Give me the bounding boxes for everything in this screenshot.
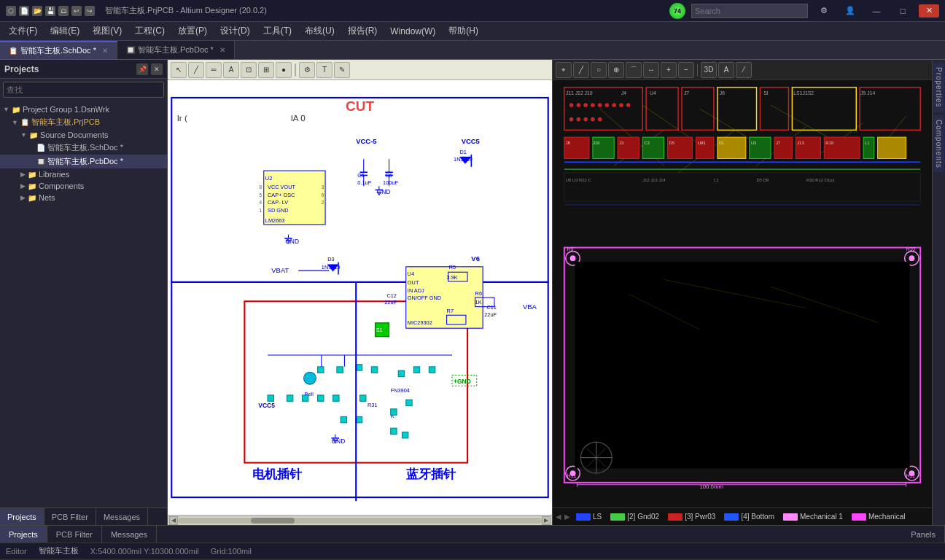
pcb-tool-3d[interactable]: 3D — [701, 62, 717, 78]
tree-project[interactable]: ▼ 📋 智能车主板.PrjPCB — [0, 115, 167, 129]
notification-badge[interactable]: 74 — [669, 3, 685, 19]
tab-schematic-close[interactable]: ✕ — [102, 47, 108, 55]
sch-tool-component[interactable]: ⊞ — [258, 62, 274, 78]
tab-pcb[interactable]: 🔲 智能车主板.PcbDoc * ✕ — [117, 41, 235, 59]
layer-nav-left[interactable]: ◀ — [556, 513, 561, 521]
svg-text:J7: J7 — [684, 90, 689, 96]
bottom-tab-projects[interactable]: Projects — [0, 526, 47, 542]
settings-icon[interactable]: ⚙ — [814, 4, 834, 18]
tree-pcbdoc[interactable]: ▶ 🔲 智能车主板.PcbDoc * — [0, 155, 167, 168]
panel-tab-projects[interactable]: Projects — [0, 508, 44, 525]
schematic-canvas[interactable]: CUT Ir ( IA 0 VCC-5 VCC5 U2 VCC VOUT CAP… — [168, 80, 552, 515]
menu-edit[interactable]: 编辑(E) — [44, 23, 85, 39]
menu-window[interactable]: Window(W) — [384, 25, 441, 38]
menu-file[interactable]: 文件(F) — [3, 23, 43, 39]
maximize-button[interactable]: □ — [892, 4, 913, 18]
pcb-tool-pad[interactable]: ⊕ — [608, 62, 624, 78]
sch-tool-note[interactable]: ✎ — [334, 62, 350, 78]
panel-actions: 📌 ✕ — [136, 63, 163, 75]
tab-schematic[interactable]: 📋 智能车主板.SchDoc * ✕ — [0, 41, 117, 59]
sch-tool-bus[interactable]: ═ — [206, 62, 222, 78]
minimize-button[interactable]: — — [866, 4, 887, 18]
pcb-tool-filter[interactable]: ⌖ — [556, 62, 572, 78]
menu-project[interactable]: 工程(C) — [129, 23, 171, 39]
open-file-icon[interactable]: 📂 — [32, 6, 42, 16]
svg-text:C3: C3 — [644, 141, 650, 145]
bottom-tab-pcbfilter[interactable]: PCB Filter — [47, 526, 102, 542]
menu-view[interactable]: 视图(V) — [87, 23, 128, 39]
titlebar-right: 74 ⚙ 👤 — □ ✕ — [669, 3, 939, 19]
sch-tool-compile[interactable]: ⚙ — [299, 62, 315, 78]
tree-libraries[interactable]: ▶ 📁 Libraries — [0, 168, 167, 180]
menu-tools[interactable]: 工具(T) — [257, 23, 298, 39]
new-file-icon[interactable]: 📄 — [19, 6, 29, 16]
menu-help[interactable]: 帮助(H) — [443, 23, 484, 39]
project-search-input[interactable] — [3, 82, 164, 98]
panel-tab-pcbfilter[interactable]: PCB Filter — [44, 508, 96, 525]
layer-mechanical[interactable]: Mechanical — [849, 512, 909, 521]
tree-project-group[interactable]: ▼ 📁 Project Group 1.DsnWrk — [0, 104, 167, 115]
bottom-tab-messages[interactable]: Messages — [102, 526, 157, 542]
sch-tool-text[interactable]: T — [316, 62, 332, 78]
right-panel-properties[interactable]: Properties — [933, 63, 944, 112]
pcb-tool-line[interactable]: ∕ — [736, 62, 752, 78]
pcb-tool-text[interactable]: A — [718, 62, 734, 78]
pcb-canvas[interactable]: J11 J12 J10 J4 U4 J7 J6 SI LS1J1S2 J9 J1… — [553, 80, 932, 508]
layer-mechanical1[interactable]: Mechanical 1 — [780, 512, 846, 521]
global-search-input[interactable] — [691, 4, 808, 18]
close-button[interactable]: ✕ — [919, 4, 939, 18]
sch-tool-port[interactable]: ⊡ — [241, 62, 257, 78]
svg-text:+GND: +GND — [454, 378, 471, 385]
group-icon: 📁 — [12, 106, 20, 114]
layer-ls[interactable]: LS — [573, 512, 604, 521]
tree-source-docs[interactable]: ▼ 📁 Source Documents — [0, 129, 167, 141]
scroll-right-arrow[interactable]: ▶ — [542, 516, 551, 525]
tree-schdoc[interactable]: ▶ 📄 智能车主板.SchDoc * — [0, 141, 167, 155]
svg-text:L1: L1 — [865, 141, 870, 145]
sch-tool-label[interactable]: A — [223, 62, 239, 78]
scroll-left-arrow[interactable]: ◀ — [169, 516, 178, 525]
svg-rect-95 — [268, 395, 273, 401]
panel-header: Projects 📌 ✕ — [0, 60, 167, 79]
pcb-tool-measure[interactable]: ↔ — [643, 62, 659, 78]
scroll-thumb[interactable] — [251, 518, 295, 524]
undo-icon[interactable]: ↩ — [71, 6, 82, 16]
panel-tab-messages[interactable]: Messages — [96, 508, 148, 525]
menu-design[interactable]: 设计(D) — [214, 23, 256, 39]
account-icon[interactable]: 👤 — [840, 4, 860, 18]
layer-pwr03[interactable]: [3] Pwr03 — [665, 512, 718, 521]
sch-tool-wire[interactable]: ╱ — [188, 62, 204, 78]
right-panel-components[interactable]: Components — [933, 115, 944, 173]
schematic-scrollbar-horizontal[interactable]: ◀ ▶ — [168, 515, 552, 525]
tree-components[interactable]: ▶ 📁 Components — [0, 180, 167, 192]
panel-close-button[interactable]: ✕ — [151, 63, 163, 75]
sch-tool-pointer[interactable]: ↖ — [171, 62, 187, 78]
layer-nav-right[interactable]: ▶ — [564, 513, 570, 521]
tab-pcb-close[interactable]: ✕ — [219, 46, 225, 54]
tree-nets[interactable]: ▶ 📁 Nets — [0, 192, 167, 203]
svg-text:D1: D1 — [719, 141, 725, 145]
menu-place[interactable]: 放置(P) — [172, 23, 213, 39]
redo-icon[interactable]: ↪ — [85, 6, 95, 16]
menu-report[interactable]: 报告(R) — [342, 23, 384, 39]
pcb-tool-zoom-out[interactable]: − — [678, 62, 694, 78]
save-all-icon[interactable]: 🗂 — [58, 6, 69, 16]
panel-pin-button[interactable]: 📌 — [136, 63, 148, 75]
tree-pcbdoc-label: 智能车主板.PcbDoc * — [47, 156, 123, 167]
bottom-tab-panels[interactable]: Panels — [902, 526, 945, 542]
layer-gnd02[interactable]: [2] Gnd02 — [607, 512, 662, 521]
pcb-tool-via[interactable]: ○ — [591, 62, 607, 78]
layer-bottom[interactable]: [4] Bottom — [721, 512, 777, 521]
scroll-track[interactable] — [178, 518, 542, 524]
pcb-tool-zoom-in[interactable]: + — [661, 62, 677, 78]
save-icon[interactable]: 💾 — [45, 6, 55, 16]
menubar: 文件(F) 编辑(E) 视图(V) 工程(C) 放置(P) 设计(D) 工具(T… — [0, 22, 945, 41]
pcb-tool-route[interactable]: ╱ — [573, 62, 589, 78]
pcb-tool-arc[interactable]: ⌒ — [626, 62, 642, 78]
svg-point-139 — [584, 104, 588, 107]
menu-routing[interactable]: 布线(U) — [299, 23, 341, 39]
svg-text:J4: J4 — [621, 90, 626, 96]
svg-rect-94 — [429, 367, 435, 373]
svg-text:R19: R19 — [825, 141, 833, 145]
sch-tool-junction[interactable]: ● — [276, 62, 292, 78]
